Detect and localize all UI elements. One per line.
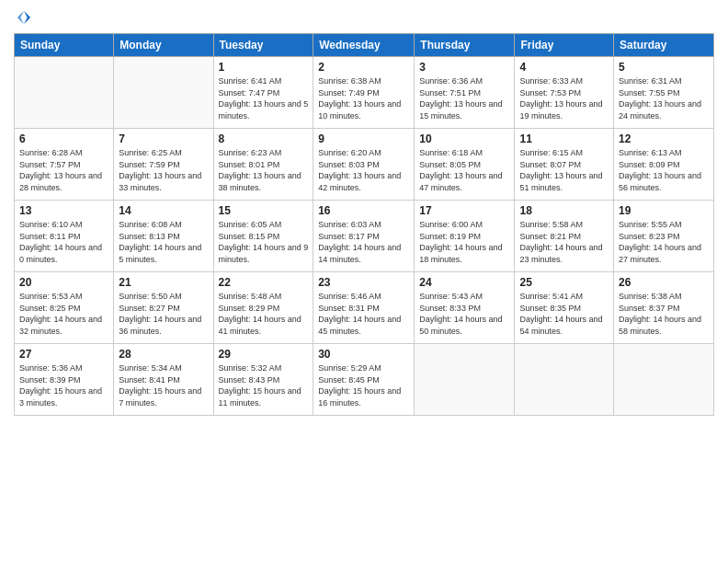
day-number: 7 bbox=[119, 132, 208, 145]
week-row-1: 1Sunrise: 6:41 AMSunset: 7:47 PMDaylight… bbox=[15, 57, 714, 129]
calendar-cell: 24Sunrise: 5:43 AMSunset: 8:33 PMDayligh… bbox=[415, 272, 515, 344]
day-number: 26 bbox=[619, 276, 709, 289]
day-info: Sunrise: 6:36 AMSunset: 7:51 PMDaylight:… bbox=[419, 75, 509, 121]
svg-marker-1 bbox=[17, 11, 24, 24]
day-info: Sunrise: 6:18 AMSunset: 8:05 PMDaylight:… bbox=[419, 147, 509, 193]
day-number: 28 bbox=[119, 348, 208, 361]
calendar-cell bbox=[15, 57, 114, 129]
logo-icon bbox=[16, 9, 32, 26]
logo bbox=[14, 9, 32, 26]
day-number: 30 bbox=[318, 348, 409, 361]
day-info: Sunrise: 5:50 AMSunset: 8:27 PMDaylight:… bbox=[119, 291, 208, 337]
weekday-header-monday: Monday bbox=[114, 34, 213, 57]
weekday-header-friday: Friday bbox=[515, 34, 614, 57]
day-number: 15 bbox=[219, 204, 309, 217]
day-info: Sunrise: 5:43 AMSunset: 8:33 PMDaylight:… bbox=[419, 291, 509, 337]
weekday-header-row: SundayMondayTuesdayWednesdayThursdayFrid… bbox=[15, 34, 714, 57]
calendar-cell: 18Sunrise: 5:58 AMSunset: 8:21 PMDayligh… bbox=[515, 201, 614, 272]
calendar-cell: 14Sunrise: 6:08 AMSunset: 8:13 PMDayligh… bbox=[114, 201, 213, 272]
calendar-cell: 29Sunrise: 5:32 AMSunset: 8:43 PMDayligh… bbox=[213, 344, 313, 416]
day-info: Sunrise: 5:29 AMSunset: 8:45 PMDaylight:… bbox=[318, 362, 409, 408]
day-info: Sunrise: 5:53 AMSunset: 8:25 PMDaylight:… bbox=[19, 291, 108, 337]
calendar-cell: 12Sunrise: 6:13 AMSunset: 8:09 PMDayligh… bbox=[614, 129, 714, 201]
weekday-header-tuesday: Tuesday bbox=[213, 34, 313, 57]
day-number: 11 bbox=[519, 132, 609, 145]
day-number: 3 bbox=[419, 61, 509, 74]
day-number: 9 bbox=[318, 132, 409, 145]
calendar-cell: 30Sunrise: 5:29 AMSunset: 8:45 PMDayligh… bbox=[313, 344, 415, 416]
day-info: Sunrise: 6:38 AMSunset: 7:49 PMDaylight:… bbox=[318, 75, 409, 121]
day-number: 25 bbox=[519, 276, 609, 289]
day-info: Sunrise: 6:20 AMSunset: 8:03 PMDaylight:… bbox=[318, 147, 409, 193]
weekday-header-sunday: Sunday bbox=[15, 34, 114, 57]
day-info: Sunrise: 5:58 AMSunset: 8:21 PMDaylight:… bbox=[519, 219, 609, 265]
calendar-cell: 23Sunrise: 5:46 AMSunset: 8:31 PMDayligh… bbox=[313, 272, 415, 344]
day-info: Sunrise: 6:08 AMSunset: 8:13 PMDaylight:… bbox=[119, 219, 208, 265]
calendar-cell: 1Sunrise: 6:41 AMSunset: 7:47 PMDaylight… bbox=[213, 57, 313, 129]
calendar-cell: 28Sunrise: 5:34 AMSunset: 8:41 PMDayligh… bbox=[114, 344, 213, 416]
day-number: 4 bbox=[519, 61, 609, 74]
calendar-cell bbox=[415, 344, 515, 416]
day-info: Sunrise: 6:10 AMSunset: 8:11 PMDaylight:… bbox=[19, 219, 108, 265]
day-info: Sunrise: 6:13 AMSunset: 8:09 PMDaylight:… bbox=[619, 147, 709, 193]
calendar-cell: 17Sunrise: 6:00 AMSunset: 8:19 PMDayligh… bbox=[415, 201, 515, 272]
day-number: 18 bbox=[519, 204, 609, 217]
weekday-header-thursday: Thursday bbox=[415, 34, 515, 57]
week-row-2: 6Sunrise: 6:28 AMSunset: 7:57 PMDaylight… bbox=[15, 129, 714, 201]
day-info: Sunrise: 6:33 AMSunset: 7:53 PMDaylight:… bbox=[519, 75, 609, 121]
calendar-cell: 22Sunrise: 5:48 AMSunset: 8:29 PMDayligh… bbox=[213, 272, 313, 344]
day-info: Sunrise: 6:03 AMSunset: 8:17 PMDaylight:… bbox=[318, 219, 409, 265]
day-info: Sunrise: 6:05 AMSunset: 8:15 PMDaylight:… bbox=[219, 219, 309, 265]
day-info: Sunrise: 5:46 AMSunset: 8:31 PMDaylight:… bbox=[318, 291, 409, 337]
calendar-cell: 10Sunrise: 6:18 AMSunset: 8:05 PMDayligh… bbox=[415, 129, 515, 201]
day-number: 21 bbox=[119, 276, 208, 289]
calendar-cell: 7Sunrise: 6:25 AMSunset: 7:59 PMDaylight… bbox=[114, 129, 213, 201]
day-number: 23 bbox=[318, 276, 409, 289]
page: SundayMondayTuesdayWednesdayThursdayFrid… bbox=[0, 0, 728, 563]
calendar-cell: 25Sunrise: 5:41 AMSunset: 8:35 PMDayligh… bbox=[515, 272, 614, 344]
day-number: 16 bbox=[318, 204, 409, 217]
calendar-cell: 5Sunrise: 6:31 AMSunset: 7:55 PMDaylight… bbox=[614, 57, 714, 129]
day-info: Sunrise: 5:36 AMSunset: 8:39 PMDaylight:… bbox=[19, 362, 108, 408]
day-info: Sunrise: 5:48 AMSunset: 8:29 PMDaylight:… bbox=[219, 291, 309, 337]
day-number: 29 bbox=[219, 348, 309, 361]
calendar-cell: 21Sunrise: 5:50 AMSunset: 8:27 PMDayligh… bbox=[114, 272, 213, 344]
calendar-cell bbox=[515, 344, 614, 416]
day-number: 1 bbox=[219, 61, 309, 74]
calendar-cell bbox=[614, 344, 714, 416]
header bbox=[14, 9, 714, 26]
day-number: 20 bbox=[19, 276, 108, 289]
day-number: 22 bbox=[219, 276, 309, 289]
day-number: 10 bbox=[419, 132, 509, 145]
calendar-cell: 2Sunrise: 6:38 AMSunset: 7:49 PMDaylight… bbox=[313, 57, 415, 129]
day-info: Sunrise: 5:34 AMSunset: 8:41 PMDaylight:… bbox=[119, 362, 208, 408]
day-info: Sunrise: 5:41 AMSunset: 8:35 PMDaylight:… bbox=[519, 291, 609, 337]
calendar-cell: 4Sunrise: 6:33 AMSunset: 7:53 PMDaylight… bbox=[515, 57, 614, 129]
day-number: 24 bbox=[419, 276, 509, 289]
day-info: Sunrise: 6:25 AMSunset: 7:59 PMDaylight:… bbox=[119, 147, 208, 193]
calendar-cell: 11Sunrise: 6:15 AMSunset: 8:07 PMDayligh… bbox=[515, 129, 614, 201]
day-info: Sunrise: 6:41 AMSunset: 7:47 PMDaylight:… bbox=[219, 75, 309, 121]
day-info: Sunrise: 5:38 AMSunset: 8:37 PMDaylight:… bbox=[619, 291, 709, 337]
week-row-5: 27Sunrise: 5:36 AMSunset: 8:39 PMDayligh… bbox=[15, 344, 714, 416]
calendar-cell: 16Sunrise: 6:03 AMSunset: 8:17 PMDayligh… bbox=[313, 201, 415, 272]
day-number: 14 bbox=[119, 204, 208, 217]
day-info: Sunrise: 5:32 AMSunset: 8:43 PMDaylight:… bbox=[219, 362, 309, 408]
calendar-cell: 15Sunrise: 6:05 AMSunset: 8:15 PMDayligh… bbox=[213, 201, 313, 272]
calendar-cell: 8Sunrise: 6:23 AMSunset: 8:01 PMDaylight… bbox=[213, 129, 313, 201]
calendar-table: SundayMondayTuesdayWednesdayThursdayFrid… bbox=[14, 33, 714, 416]
calendar-cell: 6Sunrise: 6:28 AMSunset: 7:57 PMDaylight… bbox=[15, 129, 114, 201]
calendar-cell: 27Sunrise: 5:36 AMSunset: 8:39 PMDayligh… bbox=[15, 344, 114, 416]
calendar-cell: 26Sunrise: 5:38 AMSunset: 8:37 PMDayligh… bbox=[614, 272, 714, 344]
day-info: Sunrise: 6:28 AMSunset: 7:57 PMDaylight:… bbox=[19, 147, 108, 193]
day-number: 8 bbox=[219, 132, 309, 145]
week-row-4: 20Sunrise: 5:53 AMSunset: 8:25 PMDayligh… bbox=[15, 272, 714, 344]
day-number: 27 bbox=[19, 348, 108, 361]
week-row-3: 13Sunrise: 6:10 AMSunset: 8:11 PMDayligh… bbox=[15, 201, 714, 272]
calendar-cell: 9Sunrise: 6:20 AMSunset: 8:03 PMDaylight… bbox=[313, 129, 415, 201]
day-number: 12 bbox=[619, 132, 709, 145]
calendar-cell bbox=[114, 57, 213, 129]
day-info: Sunrise: 6:31 AMSunset: 7:55 PMDaylight:… bbox=[619, 75, 709, 121]
day-number: 19 bbox=[619, 204, 709, 217]
day-info: Sunrise: 6:15 AMSunset: 8:07 PMDaylight:… bbox=[519, 147, 609, 193]
